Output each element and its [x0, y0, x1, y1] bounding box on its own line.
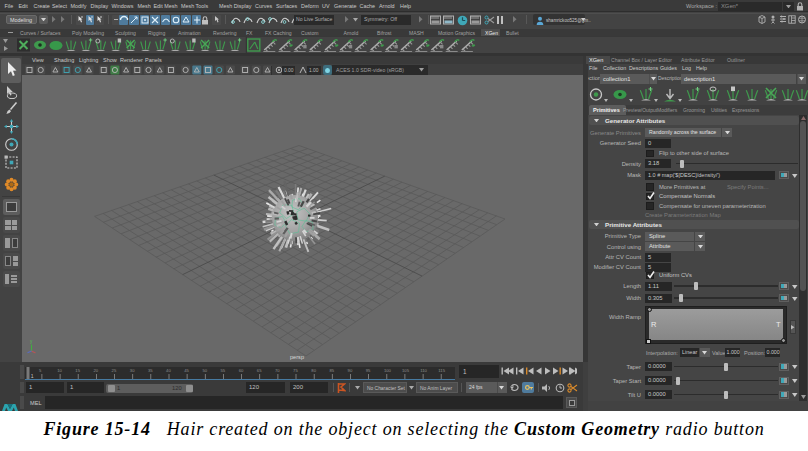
svg-text:30: 30: [130, 368, 135, 373]
svg-text:100: 100: [384, 368, 392, 373]
svg-text:10: 10: [57, 368, 62, 373]
svg-text:95: 95: [366, 368, 371, 373]
svg-text:45: 45: [184, 368, 189, 373]
svg-text:20: 20: [94, 368, 99, 373]
svg-text:5: 5: [39, 368, 42, 373]
svg-text:40: 40: [166, 368, 171, 373]
svg-text:60: 60: [239, 368, 244, 373]
svg-text:25: 25: [112, 368, 117, 373]
svg-text:70: 70: [275, 368, 280, 373]
svg-text:85: 85: [329, 368, 334, 373]
svg-text:115: 115: [438, 368, 445, 373]
svg-text:105: 105: [402, 368, 410, 373]
svg-text:35: 35: [148, 368, 153, 373]
svg-text:50: 50: [202, 368, 207, 373]
svg-text:65: 65: [257, 368, 262, 373]
svg-text:55: 55: [221, 368, 226, 373]
svg-text:1: 1: [31, 372, 34, 378]
svg-text:15: 15: [75, 368, 80, 373]
svg-text:75: 75: [293, 368, 298, 373]
svg-text:90: 90: [348, 368, 353, 373]
svg-text:80: 80: [311, 368, 316, 373]
svg-text:110: 110: [420, 368, 427, 373]
